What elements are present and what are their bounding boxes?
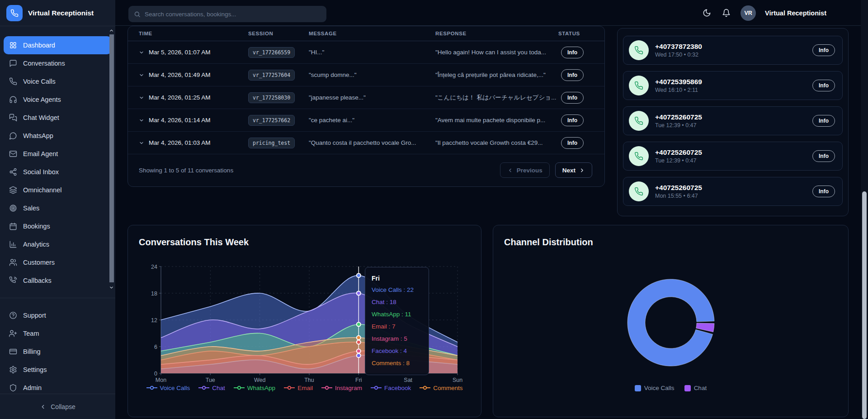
chevron-left-icon xyxy=(40,404,46,410)
call-phone-number: +40725260725 xyxy=(655,148,702,157)
conversation-row[interactable]: Mar 5, 2026, 01:07 AMvr_177266559"HI..."… xyxy=(128,41,604,64)
global-search xyxy=(128,6,326,22)
call-meta: Wed 17:50 • 0:32 xyxy=(655,51,702,59)
sidebar-item-label: Voice Calls xyxy=(23,78,56,85)
moon-icon xyxy=(703,9,711,17)
row-info-button[interactable]: Info xyxy=(561,137,584,149)
collapse-sidebar-button[interactable]: Collapse xyxy=(40,403,75,410)
expand-row-chevron-icon[interactable] xyxy=(139,95,144,100)
search-icon xyxy=(134,11,141,18)
legend-label: Email xyxy=(297,385,313,391)
expand-row-chevron-icon[interactable] xyxy=(139,118,144,123)
donut-legend-item-chat[interactable]: Chat xyxy=(684,385,707,391)
legend-label: Instagram xyxy=(335,385,362,391)
sidebar-item-whatsapp[interactable]: WhatsApp xyxy=(4,127,112,145)
sidebar-item-callbacks[interactable]: Callbacks xyxy=(4,271,112,290)
scroll-up-icon[interactable] xyxy=(109,28,114,33)
sidebar-item-omnichannel[interactable]: Omnichannel xyxy=(4,181,112,199)
donut-legend-item-voice-calls[interactable]: Voice Calls xyxy=(635,385,675,391)
row-response: "Il pacchetto vocale Growth costa €29... xyxy=(435,139,558,146)
phone-call-icon xyxy=(9,276,17,285)
sidebar-item-email-agent[interactable]: Email Agent xyxy=(4,145,112,163)
row-info-button[interactable]: Info xyxy=(561,114,584,126)
call-info-button[interactable]: Info xyxy=(812,186,835,197)
sidebar-item-settings[interactable]: Settings xyxy=(4,361,112,379)
row-time: Mar 4, 2026, 01:49 AM xyxy=(149,71,211,78)
legend-item-chat[interactable]: Chat xyxy=(198,385,225,391)
search-input[interactable] xyxy=(145,11,321,18)
conversation-row[interactable]: Mar 4, 2026, 01:25 AMvr_177258030"japane… xyxy=(128,86,604,109)
sidebar-footer: Collapse xyxy=(0,394,115,419)
sidebar-item-label: Omnichannel xyxy=(23,186,61,194)
sidebar-item-label: Support xyxy=(23,312,46,319)
conversation-row[interactable]: Mar 4, 2026, 01:03 AMpricing_test"Quanto… xyxy=(128,132,604,154)
sidebar-item-analytics[interactable]: Analytics xyxy=(4,235,112,253)
sidebar-item-voice-calls[interactable]: Voice Calls xyxy=(4,72,112,90)
sidebar-item-label: Customers xyxy=(23,259,55,266)
table-footer: Showing 1 to 5 of 11 conversations Previ… xyxy=(128,162,604,178)
sidebar-item-customers[interactable]: Customers xyxy=(4,253,112,271)
page-scrollbar-thumb[interactable] xyxy=(862,191,867,419)
legend-item-facebook[interactable]: Facebook xyxy=(371,385,411,391)
page-scrollbar[interactable] xyxy=(861,0,868,419)
call-info-button[interactable]: Info xyxy=(812,44,835,56)
expand-row-chevron-icon[interactable] xyxy=(139,50,144,55)
tooltip-entry: Email : 7 xyxy=(372,320,422,333)
call-info-button[interactable]: Info xyxy=(812,150,835,162)
sidebar-scrollbar-thumb[interactable] xyxy=(109,34,114,282)
scroll-down-icon[interactable] xyxy=(109,285,114,290)
previous-page-button[interactable]: Previous xyxy=(500,162,550,178)
sidebar-scrollbar[interactable] xyxy=(109,27,114,292)
conversation-row[interactable]: Mar 4, 2026, 01:14 AMvr_177257662"ce pac… xyxy=(128,109,604,132)
phone-call-icon xyxy=(629,181,649,201)
legend-item-whatsapp[interactable]: WhatsApp xyxy=(234,385,275,391)
column-header-message: MESSAGE xyxy=(309,31,435,36)
avatar[interactable]: VR xyxy=(741,5,756,21)
sidebar-item-dashboard[interactable]: Dashboard xyxy=(4,36,112,54)
sidebar-item-label: Conversations xyxy=(23,60,65,67)
expand-row-chevron-icon[interactable] xyxy=(139,72,144,78)
sidebar-item-label: Billing xyxy=(23,348,41,355)
row-response: "Avem mai multe pachete disponibile p... xyxy=(435,117,558,124)
legend-label: Chat xyxy=(212,385,225,391)
sidebar-item-conversations[interactable]: Conversations xyxy=(4,54,112,72)
sidebar: Virtual Receptionist DashboardConversati… xyxy=(0,0,115,419)
legend-item-email[interactable]: Email xyxy=(284,385,313,391)
call-phone-number: +40725260725 xyxy=(655,113,702,122)
legend-item-comments[interactable]: Comments xyxy=(420,385,462,391)
phone-call-icon xyxy=(629,111,649,131)
voice-agents-icon xyxy=(9,95,17,104)
channel-donut-chart[interactable] xyxy=(619,271,723,375)
conversation-row[interactable]: Mar 4, 2026, 01:49 AMvr_177257604"scump … xyxy=(128,64,604,86)
column-header-time: TIME xyxy=(139,31,248,36)
expand-row-chevron-icon[interactable] xyxy=(139,140,144,146)
call-info-button[interactable]: Info xyxy=(812,80,835,91)
row-info-button[interactable]: Info xyxy=(561,92,584,104)
sidebar-item-voice-agents[interactable]: Voice Agents xyxy=(4,90,112,109)
legend-label: Facebook xyxy=(384,385,411,391)
chevron-right-icon xyxy=(579,167,585,173)
legend-item-instagram[interactable]: Instagram xyxy=(321,385,362,391)
tooltip-entry: Voice Calls : 22 xyxy=(372,284,422,296)
sidebar-item-social-inbox[interactable]: Social Inbox xyxy=(4,163,112,181)
sidebar-item-billing[interactable]: Billing xyxy=(4,343,112,361)
notifications-button[interactable] xyxy=(721,8,731,18)
next-page-button[interactable]: Next xyxy=(555,162,592,178)
week-chart-legend: Voice CallsChatWhatsAppEmailInstagramFac… xyxy=(128,385,481,391)
legend-item-voice-calls[interactable]: Voice Calls xyxy=(146,385,190,391)
svg-text:0: 0 xyxy=(154,371,157,377)
legend-swatch xyxy=(635,385,641,391)
app-screen: Virtual Receptionist DashboardConversati… xyxy=(0,0,868,419)
theme-toggle-button[interactable] xyxy=(702,8,712,18)
sidebar-item-support[interactable]: Support xyxy=(4,306,112,324)
row-info-button[interactable]: Info xyxy=(561,47,584,58)
sidebar-item-team[interactable]: Team xyxy=(4,324,112,343)
sidebar-item-chat-widget[interactable]: Chat Widget xyxy=(4,109,112,127)
call-info-button[interactable]: Info xyxy=(812,115,835,127)
sidebar-item-bookings[interactable]: Bookings xyxy=(4,217,112,235)
legend-line-marker-icon xyxy=(284,385,295,391)
table-body: Mar 5, 2026, 01:07 AMvr_177266559"HI..."… xyxy=(128,41,604,154)
row-info-button[interactable]: Info xyxy=(561,69,584,81)
sidebar-item-label: Analytics xyxy=(23,241,49,248)
sidebar-item-sales[interactable]: Sales xyxy=(4,199,112,217)
